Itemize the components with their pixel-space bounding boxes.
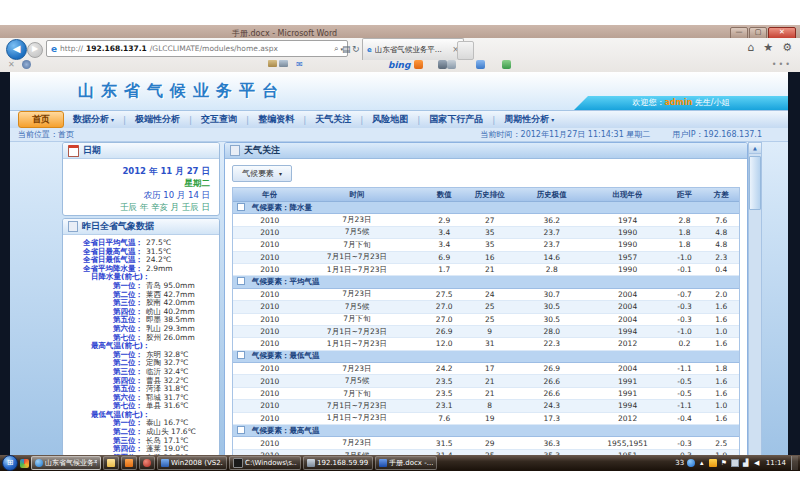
taskbar-button-1[interactable]: [103, 456, 119, 470]
messenger-icon[interactable]: [687, 459, 695, 467]
forward-button[interactable]: ▶: [27, 42, 43, 58]
table-row[interactable]: 20107月1日~7月23日23.1824.31994-1.11.0: [233, 400, 739, 412]
pinned-app-icon[interactable]: [20, 459, 29, 468]
table-row[interactable]: 20107月5候27.02530.52004-0.31.6: [233, 301, 739, 313]
favorites-star-icon[interactable]: ★: [763, 41, 773, 54]
rank-line: 第五位：即墨 38.5mm: [69, 316, 219, 325]
breadcrumb: 当前位置：首页: [18, 129, 74, 140]
taskbar-button-5[interactable]: C:\Windows\s...: [229, 456, 301, 470]
tools-gear-icon[interactable]: ⚙: [782, 41, 792, 54]
url-path: /GLCCLIMATE/modules/home.aspx: [150, 44, 278, 53]
taskbar-button-6[interactable]: 192.168.59.99...: [303, 456, 373, 470]
scroll-up-icon[interactable]: ▲: [749, 143, 761, 154]
taskbar-button-2[interactable]: [121, 456, 137, 470]
translate-icon[interactable]: [476, 60, 485, 69]
table-row[interactable]: 20107月下旬23.52126.61991-0.51.6: [233, 388, 739, 400]
rank-line: 第三位：胶南 42.0mm: [69, 299, 219, 308]
nav-item-8[interactable]: 周期性分析▾: [495, 113, 563, 126]
rank-line: 第一位：泰山 16.7℃: [69, 419, 219, 428]
nav-item-4[interactable]: 整编资料: [249, 113, 303, 126]
home-icon[interactable]: ⌂: [747, 41, 754, 54]
element-filter-button[interactable]: 气候要素▾: [232, 165, 292, 182]
panel-icon: [230, 145, 240, 156]
show-desktop-button[interactable]: [791, 456, 798, 470]
new-tab-button[interactable]: [457, 41, 474, 60]
page-viewport: 山东省气候业务平台 欢迎您：admin 先生/小姐 首页数据分析▾|极端性分析|…: [0, 72, 800, 455]
rank-line: 第三位：临沂 32.4℃: [69, 368, 219, 377]
addon-circle-icon[interactable]: [22, 60, 31, 69]
table-row[interactable]: 20107月23日2.92736.219742.87.6: [233, 214, 739, 226]
close-bar-icon[interactable]: ✕: [8, 60, 15, 69]
flag-icon[interactable]: ⚑: [720, 459, 728, 467]
chevron-down-icon: ▾: [111, 116, 114, 123]
address-bar[interactable]: e http://192.168.137.1/GLCCLIMATE/module…: [46, 40, 348, 57]
nav-item-6[interactable]: 风险地图: [363, 113, 417, 126]
camera-icon[interactable]: [438, 60, 456, 69]
nav-item-0[interactable]: 首页: [18, 111, 64, 128]
table-row[interactable]: 20107月下旬27.02530.52004-0.31.6: [233, 314, 739, 326]
nav-item-5[interactable]: 天气关注: [306, 113, 360, 126]
chevron-down-icon: ▾: [551, 116, 554, 123]
apps-grid-icon[interactable]: [502, 60, 511, 69]
taskbar-button-4[interactable]: Win2008 (VS2...: [157, 456, 227, 470]
row-checkbox[interactable]: [237, 426, 245, 434]
table-group-row: 气候要素：降水量: [233, 202, 739, 214]
panel-scrollbar[interactable]: ▲: [748, 142, 762, 455]
table-row[interactable]: 20107月1日~7月23日6.91614.61957-1.02.3: [233, 252, 739, 264]
taskbar-clock[interactable]: 11:14: [766, 459, 786, 467]
table-row[interactable]: 20101月1日~7月23日12.03122.320120.21.6: [233, 338, 739, 350]
network-icon[interactable]: ▟: [742, 459, 750, 467]
main-nav: 首页数据分析▾|极端性分析|交互查询|整编资料|天气关注|风险地图|国家下行产品…: [10, 110, 788, 129]
screenshot-icon[interactable]: [731, 459, 739, 467]
table-row[interactable]: 20107月23日24.21726.92004-1.11.8: [233, 363, 739, 375]
back-button[interactable]: ◀: [6, 39, 27, 60]
security-icon[interactable]: [709, 459, 717, 467]
table-row[interactable]: 20107月23日31.52936.31955,1951-0.32.5: [233, 437, 739, 449]
more-dots-icon[interactable]: •••: [772, 60, 792, 69]
report-icon: [68, 221, 78, 232]
bing-logo[interactable]: bing: [388, 60, 410, 70]
rank-section-heading: 最低气温(前七)：: [69, 411, 219, 420]
rank-line: 第二位：莱西 42.7mm: [69, 291, 219, 300]
show-hidden-icons[interactable]: ▴: [698, 459, 706, 467]
table-row[interactable]: 20107月23日27.52430.72004-0.72.0: [233, 289, 739, 301]
scrollbar-thumb[interactable]: [749, 156, 761, 210]
row-checkbox[interactable]: [237, 277, 245, 285]
compatibility-icon[interactable]: ▤: [342, 44, 351, 54]
rank-line: 第二位：成山头 17.6℃: [69, 428, 219, 437]
table-row[interactable]: 20107月5候3.43523.719901.84.8: [233, 227, 739, 239]
table-row[interactable]: 20101月1日~7月23日7.61917.32012-0.41.6: [233, 413, 739, 425]
browser-tab[interactable]: e 山东省气候业务平... ×: [362, 38, 464, 60]
ime-badge[interactable]: 33: [676, 459, 684, 467]
rank-line: 第一位：东明 32.8℃: [69, 351, 219, 360]
row-checkbox[interactable]: [237, 351, 245, 359]
vm-icon: [161, 459, 169, 467]
mail-icon[interactable]: ✉: [296, 60, 303, 69]
row-checkbox[interactable]: [237, 203, 245, 211]
rank-line: 第六位：乳山 29.3mm: [69, 325, 219, 334]
nav-item-1[interactable]: 数据分析▾: [64, 113, 123, 126]
taskbar-button-7[interactable]: 手册.docx -...: [375, 456, 437, 470]
table-group-row: 气候要素：最高气温: [233, 425, 739, 437]
table-row[interactable]: 20101月1日~7月23日1.7212.81990-0.10.4: [233, 264, 739, 276]
browser-toolbar-row: ✕ ✉ bing •••: [0, 60, 800, 72]
taskbar-button-3[interactable]: [139, 456, 155, 470]
table-row[interactable]: 20107月1日~7月23日26.9928.01994-1.01.0: [233, 326, 739, 338]
nav-item-3[interactable]: 交互查询: [192, 113, 246, 126]
nav-item-2[interactable]: 极端性分析: [126, 113, 189, 126]
url-prefix: http://: [60, 44, 83, 53]
nav-item-7[interactable]: 国家下行产品: [420, 113, 492, 126]
refresh-icon[interactable]: ↻: [352, 44, 360, 54]
pictures-icon[interactable]: [268, 60, 290, 69]
start-button[interactable]: ⊞: [2, 455, 18, 471]
table-row[interactable]: 20107月下旬3.43523.719901.84.8: [233, 239, 739, 251]
app-orange-icon[interactable]: [414, 60, 423, 69]
table-group-row: 气候要素：平均气温: [233, 276, 739, 288]
volume-icon[interactable]: ◀: [753, 459, 761, 467]
rank-line: 第四位：崂山 40.2mm: [69, 308, 219, 317]
table-row[interactable]: 20107月5候23.52126.61991-0.51.6: [233, 375, 739, 387]
media-player-icon: [143, 459, 151, 467]
page-title: 山东省气候业务平台: [78, 81, 285, 102]
calendar-panel-title: 日期: [83, 144, 101, 157]
taskbar-button-0[interactable]: 山东省气候业务平台: [31, 456, 101, 470]
